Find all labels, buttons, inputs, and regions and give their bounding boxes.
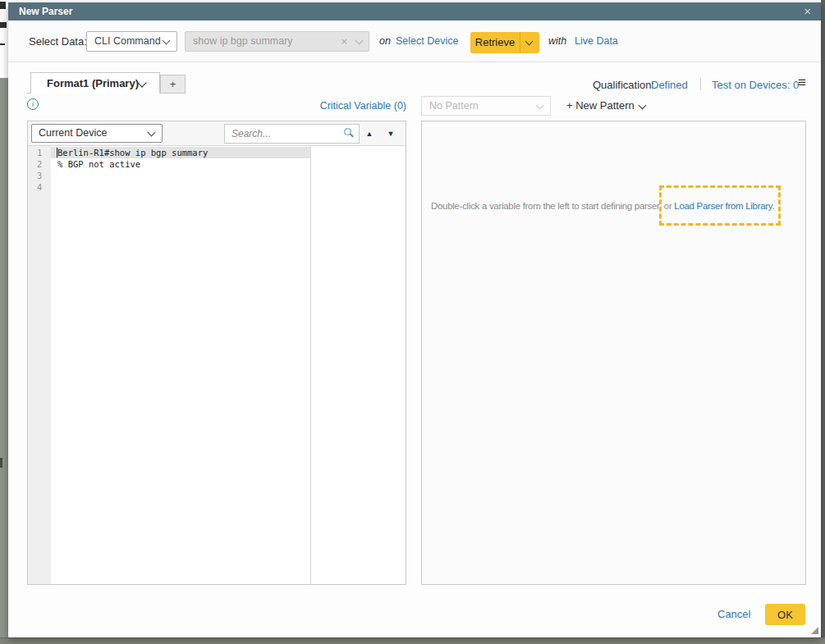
page-background-left xyxy=(0,78,8,637)
pattern-dropdown[interactable]: No Pattern xyxy=(421,96,551,116)
background-text-fragment xyxy=(0,22,7,28)
code-line[interactable]: 2 % BGP not active xyxy=(28,158,406,170)
tab-label: Format1 (Primary) xyxy=(47,73,139,94)
find-next-icon[interactable]: ▼ xyxy=(383,121,399,146)
code-line[interactable]: 3 xyxy=(28,170,406,181)
clear-icon[interactable]: × xyxy=(341,32,347,51)
line-text[interactable] xyxy=(51,170,310,181)
retrieve-split-button[interactable]: Retrieve xyxy=(470,32,539,53)
search-icon[interactable] xyxy=(344,128,351,135)
background-text-fragment xyxy=(0,43,5,45)
device-dropdown[interactable]: Current Device xyxy=(31,124,163,143)
select-data-row: Select Data: CLI Command show ip bgp sum… xyxy=(8,21,821,62)
new-parser-dialog: New Parser × Select Data: CLI Command sh… xyxy=(8,2,821,637)
data-type-value: CLI Command xyxy=(94,32,161,51)
background-text-fragment xyxy=(0,458,2,468)
page-background-bottom-bar xyxy=(0,637,825,644)
line-number-gutter xyxy=(28,146,51,584)
qualification-label: Qualification: xyxy=(593,79,654,91)
add-format-tab[interactable]: + xyxy=(160,75,186,94)
menu-icon[interactable]: ≡ xyxy=(798,75,806,91)
chevron-down-icon xyxy=(148,129,156,137)
cancel-button[interactable]: Cancel xyxy=(717,604,750,625)
qualification-defined-link[interactable]: Defined xyxy=(651,79,688,91)
screen: New Parser × Select Data: CLI Command sh… xyxy=(0,0,825,644)
line-number: 3 xyxy=(28,170,51,181)
with-text: with xyxy=(548,21,566,62)
sample-text-panel: Current Device ▲ ▼ 1 Berlin-R1#show ip b… xyxy=(27,121,406,585)
pattern-value: No Pattern xyxy=(429,97,479,115)
chevron-down-icon[interactable] xyxy=(137,78,146,87)
critical-variable-link[interactable]: Critical Variable (0) xyxy=(8,100,406,112)
line-text[interactable] xyxy=(51,181,310,193)
data-type-dropdown[interactable]: CLI Command xyxy=(86,31,177,52)
tab-baseline xyxy=(27,93,30,94)
load-parser-highlight-box: or Load Parser from Library. xyxy=(664,201,775,211)
chevron-down-icon xyxy=(163,37,171,45)
dialog-titlebar: New Parser × xyxy=(8,2,821,21)
parser-hint: Double-click a variable from the left to… xyxy=(431,201,774,211)
resize-grip-icon[interactable] xyxy=(811,627,818,634)
sample-panel-toolbar: Current Device ▲ ▼ xyxy=(28,121,406,146)
line-number: 4 xyxy=(28,181,51,193)
retrieve-dropdown-toggle[interactable] xyxy=(520,32,539,53)
code-lines[interactable]: 1 Berlin-R1#show ip bgp summary 2 % BGP … xyxy=(28,147,406,193)
ok-button[interactable]: OK xyxy=(765,604,805,625)
load-parser-from-library-link[interactable]: Load Parser from Library. xyxy=(674,201,774,211)
code-line[interactable]: 1 Berlin-R1#show ip bgp summary xyxy=(28,147,406,158)
new-pattern-button[interactable]: + New Pattern xyxy=(566,96,645,116)
search-box xyxy=(224,124,360,144)
dialog-title: New Parser xyxy=(19,2,72,21)
chevron-down-icon[interactable] xyxy=(355,37,364,45)
command-value: show ip bgp summary xyxy=(193,32,293,51)
find-previous-icon[interactable]: ▲ xyxy=(361,121,378,146)
new-pattern-label: + New Pattern xyxy=(566,99,635,112)
code-editor[interactable]: 1 Berlin-R1#show ip bgp summary 2 % BGP … xyxy=(28,146,406,584)
chevron-down-icon xyxy=(536,102,544,110)
line-text[interactable]: Berlin-R1#show ip bgp summary xyxy=(51,147,310,158)
test-on-devices-link[interactable]: Test on Devices: 0 xyxy=(712,79,799,91)
chevron-down-icon xyxy=(638,102,646,110)
chevron-down-icon xyxy=(525,38,534,46)
retrieve-button[interactable]: Retrieve xyxy=(470,32,520,53)
live-data-link[interactable]: Live Data xyxy=(575,21,618,62)
divider xyxy=(700,78,701,90)
background-text-fragment xyxy=(0,2,6,9)
tab-format1-primary[interactable]: Format1 (Primary) xyxy=(30,72,160,94)
command-input[interactable]: show ip bgp summary × xyxy=(185,31,369,52)
line-number: 1 xyxy=(28,147,51,158)
select-data-label: Select Data: xyxy=(29,21,87,62)
select-device-link[interactable]: Select Device xyxy=(396,21,458,62)
line-number: 2 xyxy=(28,158,51,170)
hint-text: Double-click a variable from the left to… xyxy=(431,201,664,211)
page-background-right xyxy=(821,0,825,637)
on-text: on xyxy=(379,21,391,62)
code-line[interactable]: 4 xyxy=(28,181,406,193)
search-input[interactable] xyxy=(225,125,340,143)
hint-or-text: or xyxy=(664,201,675,211)
device-value: Current Device xyxy=(39,125,107,142)
line-text[interactable]: % BGP not active xyxy=(51,158,310,170)
editor-divider xyxy=(310,146,311,584)
parser-definition-panel: Double-click a variable from the left to… xyxy=(421,121,806,585)
close-icon[interactable]: × xyxy=(804,2,811,20)
